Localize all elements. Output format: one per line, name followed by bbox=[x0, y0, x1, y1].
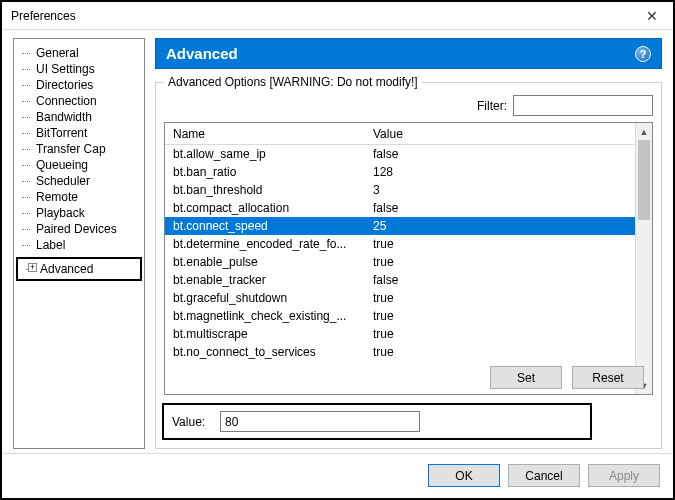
tree-item-label: Directories bbox=[36, 78, 93, 92]
table-row[interactable]: bt.graceful_shutdowntrue bbox=[165, 289, 635, 307]
tree-item-connection[interactable]: Connection bbox=[18, 93, 140, 109]
close-icon: ✕ bbox=[646, 8, 658, 24]
cell-name: bt.multiscrape bbox=[165, 327, 365, 341]
category-tree[interactable]: General UI Settings Directories Connecti… bbox=[13, 38, 145, 449]
tree-item-label: Queueing bbox=[36, 158, 88, 172]
ok-button[interactable]: OK bbox=[428, 464, 500, 487]
section-title: Advanced bbox=[166, 45, 635, 62]
filter-label: Filter: bbox=[477, 99, 507, 113]
group-legend: Advanced Options [WARNING: Do not modify… bbox=[164, 75, 422, 89]
tree-item-label: General bbox=[36, 46, 79, 60]
advanced-options-group: Advanced Options [WARNING: Do not modify… bbox=[155, 75, 662, 449]
filter-input[interactable] bbox=[513, 95, 653, 116]
tree-item-bandwidth[interactable]: Bandwidth bbox=[18, 109, 140, 125]
cell-name: bt.ban_threshold bbox=[165, 183, 365, 197]
cell-name: bt.allow_same_ip bbox=[165, 147, 365, 161]
table-row[interactable]: bt.multiscrapetrue bbox=[165, 325, 635, 343]
preferences-dialog: Preferences ✕ General UI Settings Direct… bbox=[3, 2, 672, 497]
cell-value: true bbox=[365, 345, 635, 359]
table-row[interactable]: bt.enable_trackerfalse bbox=[165, 271, 635, 289]
tree-item-label: Playback bbox=[36, 206, 85, 220]
scroll-track[interactable] bbox=[636, 140, 652, 377]
cell-name: bt.magnetlink_check_existing_... bbox=[165, 309, 365, 323]
tree-item-advanced[interactable]: + Advanced bbox=[16, 257, 142, 281]
cell-value: true bbox=[365, 309, 635, 323]
cell-value: 3 bbox=[365, 183, 635, 197]
cell-name: bt.compact_allocation bbox=[165, 201, 365, 215]
table-row[interactable]: bt.ban_threshold3 bbox=[165, 181, 635, 199]
cell-name: bt.enable_pulse bbox=[165, 255, 365, 269]
value-editor: Value: bbox=[162, 403, 592, 440]
tree-item-label: Connection bbox=[36, 94, 97, 108]
cell-value: true bbox=[365, 237, 635, 251]
tree-item-label: BitTorrent bbox=[36, 126, 87, 140]
cell-value: false bbox=[365, 201, 635, 215]
tree-item-playback[interactable]: Playback bbox=[18, 205, 140, 221]
table-row[interactable]: bt.determine_encoded_rate_fo...true bbox=[165, 235, 635, 253]
cell-value: true bbox=[365, 255, 635, 269]
column-header-value[interactable]: Value bbox=[365, 127, 635, 141]
tree-item-paired-devices[interactable]: Paired Devices bbox=[18, 221, 140, 237]
reset-button[interactable]: Reset bbox=[572, 366, 644, 389]
table-row[interactable]: bt.ban_ratio128 bbox=[165, 163, 635, 181]
table-row[interactable]: bt.compact_allocationfalse bbox=[165, 199, 635, 217]
cell-value: true bbox=[365, 327, 635, 341]
cell-name: bt.enable_tracker bbox=[165, 273, 365, 287]
scroll-up-icon[interactable]: ▲ bbox=[636, 123, 652, 140]
set-button[interactable]: Set bbox=[490, 366, 562, 389]
tree-item-general[interactable]: General bbox=[18, 45, 140, 61]
expand-icon[interactable]: + bbox=[28, 263, 37, 272]
table-row[interactable]: bt.connect_speed25 bbox=[165, 217, 635, 235]
window-title: Preferences bbox=[11, 9, 632, 23]
cell-value: true bbox=[365, 291, 635, 305]
tree-item-bittorrent[interactable]: BitTorrent bbox=[18, 125, 140, 141]
cell-value: 128 bbox=[365, 165, 635, 179]
column-header-name[interactable]: Name bbox=[165, 127, 365, 141]
close-button[interactable]: ✕ bbox=[632, 2, 672, 30]
tree-item-queueing[interactable]: Queueing bbox=[18, 157, 140, 173]
tree-item-label: Remote bbox=[36, 190, 78, 204]
tree-item-ui-settings[interactable]: UI Settings bbox=[18, 61, 140, 77]
tree-item-label: Paired Devices bbox=[36, 222, 117, 236]
cell-name: bt.graceful_shutdown bbox=[165, 291, 365, 305]
tree-item-remote[interactable]: Remote bbox=[18, 189, 140, 205]
tree-item-directories[interactable]: Directories bbox=[18, 77, 140, 93]
tree-item-label: Label bbox=[36, 238, 65, 252]
tree-item-label: Transfer Cap bbox=[36, 142, 106, 156]
value-label: Value: bbox=[172, 415, 212, 429]
table-row[interactable]: bt.enable_pulsetrue bbox=[165, 253, 635, 271]
tree-item-label: UI Settings bbox=[36, 62, 95, 76]
cell-name: bt.no_connect_to_services bbox=[165, 345, 365, 359]
tree-item-label: Advanced bbox=[40, 262, 93, 276]
help-icon[interactable]: ? bbox=[635, 46, 651, 62]
value-input[interactable] bbox=[220, 411, 420, 432]
options-table: Name Value bt.allow_same_ipfalsebt.ban_r… bbox=[164, 122, 653, 395]
tree-item-label: Scheduler bbox=[36, 174, 90, 188]
cell-name: bt.connect_speed bbox=[165, 219, 365, 233]
right-pane: Advanced ? Advanced Options [WARNING: Do… bbox=[155, 38, 662, 449]
cell-name: bt.determine_encoded_rate_fo... bbox=[165, 237, 365, 251]
section-header: Advanced ? bbox=[155, 38, 662, 69]
table-row[interactable]: bt.allow_same_ipfalse bbox=[165, 145, 635, 163]
scroll-thumb[interactable] bbox=[638, 140, 650, 220]
table-row[interactable]: bt.magnetlink_check_existing_...true bbox=[165, 307, 635, 325]
table-row[interactable]: bt.no_connect_to_servicestrue bbox=[165, 343, 635, 361]
titlebar: Preferences ✕ bbox=[3, 2, 672, 30]
scrollbar[interactable]: ▲ ▼ bbox=[635, 123, 652, 394]
dialog-footer: OK Cancel Apply bbox=[3, 453, 672, 497]
cell-value: 25 bbox=[365, 219, 635, 233]
cell-value: false bbox=[365, 273, 635, 287]
tree-item-label: Bandwidth bbox=[36, 110, 92, 124]
tree-item-label[interactable]: Label bbox=[18, 237, 140, 253]
apply-button[interactable]: Apply bbox=[588, 464, 660, 487]
cancel-button[interactable]: Cancel bbox=[508, 464, 580, 487]
table-header[interactable]: Name Value bbox=[165, 123, 635, 145]
tree-item-scheduler[interactable]: Scheduler bbox=[18, 173, 140, 189]
tree-item-transfer-cap[interactable]: Transfer Cap bbox=[18, 141, 140, 157]
cell-name: bt.ban_ratio bbox=[165, 165, 365, 179]
cell-value: false bbox=[365, 147, 635, 161]
